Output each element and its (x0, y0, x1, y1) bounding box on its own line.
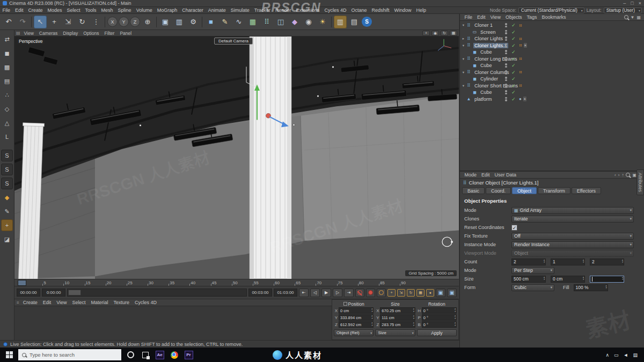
menu-item-file[interactable]: File (0, 8, 13, 13)
timeline-ruler[interactable]: 051015202530354045505560657075808590 (14, 279, 459, 286)
menu-item-window[interactable]: Window (392, 8, 414, 13)
subdivision-surface-object[interactable]: ▦ (246, 16, 259, 28)
materials-menu-select[interactable]: Select (70, 300, 89, 305)
view-name-label[interactable]: Perspective (17, 39, 45, 44)
enabled-check-icon[interactable]: ✓ (511, 23, 516, 28)
node-space-select[interactable]: Current (Standard/Physical) (518, 8, 584, 13)
tab-coord[interactable]: Coord. (486, 187, 511, 194)
cycles-4d-badge[interactable]: S (362, 17, 372, 27)
stepper-icon[interactable]: ▴▾ (413, 308, 414, 313)
viewport-menu-icon[interactable]: ▤ (16, 31, 20, 35)
visibility-dots-icon[interactable] (505, 23, 507, 27)
snap-2-icon[interactable]: S (1, 164, 13, 175)
om-search-icon[interactable] (624, 15, 628, 19)
materials-menu-material[interactable]: Material (89, 300, 111, 305)
menu-item-help[interactable]: Help (414, 8, 429, 13)
enabled-check-icon[interactable]: ✓ (511, 36, 516, 41)
viewport-menu-options[interactable]: Options (80, 31, 101, 36)
taskbar-search[interactable]: Type here to search (18, 349, 121, 360)
viewport-menu-filter[interactable]: Filter (102, 31, 118, 36)
sound-scrub-button[interactable]: ▣ (447, 289, 457, 297)
om-menu-objects[interactable]: Objects (503, 14, 524, 20)
coords-field-size-x[interactable]: 670.25 cm▴▾ (380, 307, 415, 314)
mograph-tag-icon[interactable]: ⠶ (519, 56, 522, 61)
object-row-cloner-1[interactable]: ▾⠿Cloner 1✓⠶ (460, 22, 644, 29)
stepper-icon[interactable]: ▴▾ (622, 259, 623, 264)
om-menu-file[interactable]: File (462, 14, 475, 20)
viewport[interactable]: ▤ ViewCamerasDisplayOptionsFilterPanel +… (14, 30, 459, 279)
menu-item-mesh[interactable]: Mesh (99, 8, 115, 13)
stepper-icon[interactable]: ▴▾ (622, 276, 623, 281)
visibility-dots-icon[interactable] (505, 63, 507, 68)
visibility-dots-icon[interactable] (505, 57, 507, 61)
mograph-tag-icon[interactable]: ⠶ (519, 36, 522, 41)
am-lock-icon[interactable]: ▣ (632, 173, 636, 178)
expand-arrow-icon[interactable]: ▾ (461, 23, 466, 27)
count-field-1[interactable]: 2▴▾ (511, 258, 546, 265)
expand-arrow-icon[interactable]: ▾ (461, 84, 466, 88)
range-end-field[interactable]: 00:03:00 (248, 289, 272, 297)
maximize-button[interactable]: □ (631, 1, 633, 6)
cross-tag-icon[interactable]: × (524, 43, 527, 48)
menu-item-extensions[interactable]: Extensions (294, 8, 322, 13)
zoom-view-icon[interactable]: ◉ (431, 31, 439, 36)
lock-x-axis[interactable]: X (107, 17, 118, 27)
cortana-icon[interactable] (123, 348, 138, 362)
clones-select[interactable]: Iterate (511, 216, 634, 223)
rotate-tool[interactable]: ↻ (76, 16, 89, 28)
object-row-platform[interactable]: ▲platform✓●× (460, 96, 644, 103)
coords-field-rotation-p[interactable]: 0 °▴▾ (422, 314, 457, 321)
coords-field-size-z[interactable]: 283.75 cm▴▾ (380, 321, 415, 328)
last-used-tools[interactable]: ⋮ (90, 16, 103, 28)
object-row-cloner-lights-1[interactable]: ▾⠿Cloner Lights.1✓⠶× (460, 42, 644, 49)
object-row-cloner-columns[interactable]: ▾⠿Cloner Columns✓⠶ (460, 69, 644, 76)
stepper-icon[interactable]: ▴▾ (371, 315, 372, 320)
tab-object[interactable]: Object (512, 187, 537, 194)
materials-menu-edit[interactable]: Edit (40, 300, 54, 305)
close-button[interactable]: × (639, 1, 641, 6)
timeline-slider[interactable] (67, 289, 247, 297)
edges-mode-icon[interactable]: ◇ (1, 103, 13, 115)
project-end-field[interactable]: 01:03:00 (274, 289, 297, 297)
am-forward-icon[interactable]: › (618, 173, 620, 178)
materials-menu-view[interactable]: View (54, 300, 69, 305)
model-mode-icon[interactable]: ◼ (1, 47, 13, 59)
attributes-side-tab[interactable]: Attributes (636, 169, 644, 195)
menu-item-octane[interactable]: Octane (349, 8, 369, 13)
materials-menu-icon[interactable]: ≡ (17, 300, 19, 305)
modeling-settings-icon[interactable]: + (1, 219, 13, 231)
materials-menu-create[interactable]: Create (20, 300, 40, 305)
current-time-field[interactable]: 00:00:00 (17, 289, 40, 297)
menu-item-tracker[interactable]: Tracker (252, 8, 273, 13)
lock-z-axis[interactable]: Z (130, 17, 140, 27)
am-back-icon[interactable]: ‹ (614, 173, 616, 178)
vertex-point[interactable] (140, 124, 141, 126)
vertex-point[interactable] (317, 95, 319, 97)
visibility-dots-icon[interactable] (505, 97, 507, 101)
pan-view-icon[interactable]: + (422, 31, 430, 36)
menu-item-animate[interactable]: Animate (206, 8, 228, 13)
vertex-point[interactable] (293, 124, 295, 125)
apply-button[interactable]: Apply (417, 329, 457, 336)
enabled-check-icon[interactable]: ✓ (511, 70, 516, 75)
stepper-icon[interactable]: ▴▾ (605, 285, 606, 290)
vertex-point[interactable] (332, 66, 334, 68)
stepper-icon[interactable]: ▴▾ (455, 322, 456, 327)
minimize-button[interactable]: – (623, 1, 626, 6)
count-field-2[interactable]: 1▴▾ (551, 258, 585, 265)
redo-icon[interactable]: ↷ (16, 16, 29, 28)
stepper-icon[interactable]: ▴▾ (371, 308, 372, 313)
stepper-icon[interactable]: ▴▾ (544, 259, 545, 264)
live-selection-tool[interactable]: ↖ (34, 16, 47, 28)
pen-tool[interactable]: ✎ (218, 16, 231, 28)
coords-size-mode-select[interactable]: Size (375, 329, 415, 336)
snap-settings[interactable]: ▥ (334, 16, 347, 28)
visibility-dots-icon[interactable] (505, 90, 507, 94)
previous-frame-button[interactable]: ◁ (310, 289, 320, 297)
premiere-icon[interactable]: Pr (181, 348, 196, 362)
materials-menu-texture[interactable]: Texture (111, 300, 133, 305)
visibility-dots-icon[interactable] (505, 36, 507, 41)
stepper-icon[interactable]: ▴▾ (544, 276, 545, 281)
tab-transform[interactable]: Transform (538, 187, 570, 194)
coords-field-rotation-b[interactable]: 0 °▴▾ (422, 321, 457, 328)
